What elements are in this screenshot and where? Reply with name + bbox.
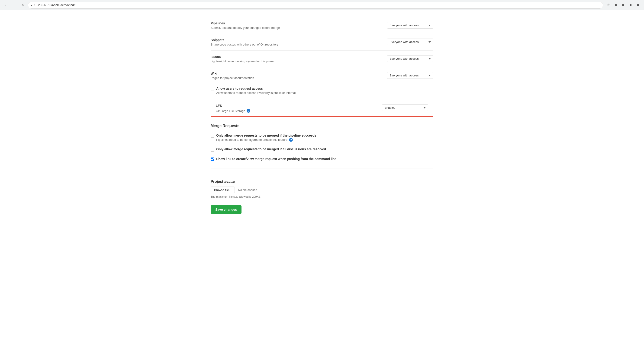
lfs-select[interactable]: Enabled Disabled [382, 104, 428, 111]
features-list: Pipelines Submit, test and deploy your c… [211, 17, 433, 84]
back-button[interactable]: ← [3, 2, 9, 8]
merge-requests-section: Merge Requests Only allow merge requests… [211, 119, 433, 166]
feature-desc-pipelines: Submit, test and deploy your changes bef… [211, 26, 382, 30]
star-button[interactable]: ☆ [605, 2, 612, 8]
allow-request-access-row: Allow users to request access Allow user… [211, 84, 433, 97]
lfs-help-icon[interactable]: ? [246, 109, 250, 113]
merge-link-label[interactable]: Show link to create/view merge request w… [216, 157, 336, 161]
lfs-desc: Git Large File Storage ? [216, 109, 250, 113]
browser-actions: ☆ ■ ■ ■ ■ [605, 2, 641, 8]
feature-row-wiki: Wiki Pages for project documentation Eve… [211, 67, 433, 84]
merge-link-info: Show link to create/view merge request w… [216, 157, 336, 161]
allow-request-access-info: Allow users to request access Allow user… [216, 87, 296, 95]
forward-button[interactable]: → [11, 2, 18, 8]
lfs-section: LFS Git Large File Storage ? Enabled Dis… [211, 100, 433, 117]
wiki-select[interactable]: Everyone with access Only project member… [387, 72, 433, 79]
feature-info-issues: Issues Lightweight issue tracking system… [211, 55, 382, 63]
save-changes-button[interactable]: Save changes [211, 205, 242, 214]
lfs-title: LFS [216, 104, 250, 108]
avatar-file-row: Browse file... No file chosen [211, 187, 433, 193]
issues-select[interactable]: Everyone with access Only project member… [387, 55, 433, 62]
merge-pipeline-info: Only allow merge requests to be merged i… [216, 134, 316, 142]
feature-name-issues: Issues [211, 55, 382, 59]
reload-button[interactable]: ↻ [20, 2, 26, 8]
merge-pipeline-desc: Pipelines need to be configured to enabl… [216, 138, 316, 142]
merge-option-link-row: Show link to create/view merge request w… [211, 154, 433, 164]
page-content: Pipelines Submit, test and deploy your c… [0, 10, 644, 348]
section-divider [211, 168, 433, 168]
merge-discussions-info: Only allow merge requests to be merged i… [216, 147, 326, 151]
project-avatar-section: Project avatar Browse file... No file ch… [211, 170, 433, 203]
snippets-select[interactable]: Everyone with access Only project member… [387, 39, 433, 45]
merge-discussions-checkbox[interactable] [211, 148, 214, 151]
merge-pipeline-checkbox[interactable] [211, 134, 214, 138]
merge-link-checkbox[interactable] [211, 157, 214, 161]
browse-file-button[interactable]: Browse file... [211, 187, 235, 193]
lfs-info: LFS Git Large File Storage ? [216, 104, 250, 113]
allow-request-access-desc: Allow users to request access if visibil… [216, 91, 296, 95]
lfs-header: LFS Git Large File Storage ? Enabled Dis… [216, 104, 428, 113]
feature-desc-issues: Lightweight issue tracking system for th… [211, 60, 382, 63]
url-text: 10.236.65.134/scm/demo2/edit [34, 3, 76, 7]
feature-desc-wiki: Pages for project documentation [211, 76, 382, 80]
feature-name-pipelines: Pipelines [211, 21, 382, 25]
merge-option-pipeline-row: Only allow merge requests to be merged i… [211, 131, 433, 144]
feature-desc-snippets: Share code pastes with others out of Git… [211, 43, 382, 46]
feature-row-snippets: Snippets Share code pastes with others o… [211, 34, 433, 51]
ext-button-4[interactable]: ■ [635, 2, 641, 8]
feature-row-issues: Issues Lightweight issue tracking system… [211, 51, 433, 67]
ext-button-3[interactable]: ■ [627, 2, 634, 8]
ext-button-1[interactable]: ■ [612, 2, 619, 8]
feature-row-pipelines: Pipelines Submit, test and deploy your c… [211, 17, 433, 34]
pipelines-select[interactable]: Everyone with access Only project member… [387, 22, 433, 29]
feature-name-snippets: Snippets [211, 38, 382, 42]
project-avatar-title: Project avatar [211, 175, 433, 187]
ext-button-2[interactable]: ■ [620, 2, 626, 8]
feature-info-wiki: Wiki Pages for project documentation [211, 72, 382, 80]
allow-request-access-label[interactable]: Allow users to request access [216, 87, 263, 90]
file-limit-note: The maximum file size allowed is 200KB. [211, 195, 433, 198]
address-bar: ● 10.236.65.134/scm/demo2/edit [28, 2, 603, 9]
merge-pipeline-help-icon[interactable]: ? [289, 138, 293, 142]
merge-requests-title: Merge Requests [211, 119, 433, 131]
file-chosen-label: No file chosen [238, 188, 257, 192]
merge-option-discussions-row: Only allow merge requests to be merged i… [211, 144, 433, 154]
feature-info-snippets: Snippets Share code pastes with others o… [211, 38, 382, 46]
settings-container: Pipelines Submit, test and deploy your c… [206, 10, 438, 223]
lock-icon: ● [31, 4, 32, 7]
feature-name-wiki: Wiki [211, 72, 382, 75]
feature-info-pipelines: Pipelines Submit, test and deploy your c… [211, 21, 382, 30]
merge-discussions-label[interactable]: Only allow merge requests to be merged i… [216, 147, 326, 151]
browser-chrome: ← → ↻ ● 10.236.65.134/scm/demo2/edit ☆ ■… [0, 0, 644, 10]
allow-request-access-checkbox[interactable] [211, 87, 214, 91]
merge-pipeline-label[interactable]: Only allow merge requests to be merged i… [216, 134, 316, 137]
